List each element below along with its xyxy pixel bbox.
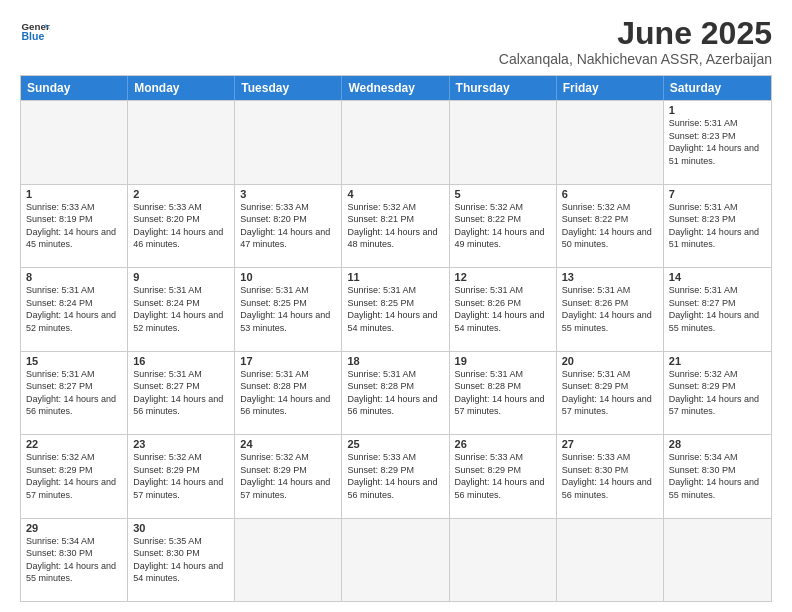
day-number: 29 — [26, 522, 122, 534]
calendar-cell — [450, 101, 557, 183]
calendar-cell: 24Sunrise: 5:32 AMSunset: 8:29 PMDayligh… — [235, 435, 342, 517]
calendar-cell: 1Sunrise: 5:31 AMSunset: 8:23 PMDaylight… — [664, 101, 771, 183]
svg-text:Blue: Blue — [22, 30, 45, 42]
cell-details: Sunrise: 5:32 AMSunset: 8:29 PMDaylight:… — [669, 368, 766, 418]
calendar-week-row: 1Sunrise: 5:31 AMSunset: 8:23 PMDaylight… — [21, 100, 771, 183]
cell-details: Sunrise: 5:31 AMSunset: 8:28 PMDaylight:… — [347, 368, 443, 418]
calendar-cell: 2Sunrise: 5:33 AMSunset: 8:20 PMDaylight… — [128, 185, 235, 267]
day-number: 4 — [347, 188, 443, 200]
cell-details: Sunrise: 5:31 AMSunset: 8:26 PMDaylight:… — [562, 284, 658, 334]
calendar-cell: 13Sunrise: 5:31 AMSunset: 8:26 PMDayligh… — [557, 268, 664, 350]
cell-details: Sunrise: 5:31 AMSunset: 8:27 PMDaylight:… — [26, 368, 122, 418]
cell-details: Sunrise: 5:31 AMSunset: 8:23 PMDaylight:… — [669, 201, 766, 251]
calendar-cell: 5Sunrise: 5:32 AMSunset: 8:22 PMDaylight… — [450, 185, 557, 267]
logo: General Blue — [20, 16, 50, 46]
calendar-cell: 15Sunrise: 5:31 AMSunset: 8:27 PMDayligh… — [21, 352, 128, 434]
calendar-cell: 23Sunrise: 5:32 AMSunset: 8:29 PMDayligh… — [128, 435, 235, 517]
calendar-cell: 12Sunrise: 5:31 AMSunset: 8:26 PMDayligh… — [450, 268, 557, 350]
calendar-cell: 6Sunrise: 5:32 AMSunset: 8:22 PMDaylight… — [557, 185, 664, 267]
cell-details: Sunrise: 5:31 AMSunset: 8:28 PMDaylight:… — [240, 368, 336, 418]
subtitle: Calxanqala, Nakhichevan ASSR, Azerbaijan — [499, 51, 772, 67]
calendar-body: 1Sunrise: 5:31 AMSunset: 8:23 PMDaylight… — [21, 100, 771, 601]
day-number: 16 — [133, 355, 229, 367]
calendar-cell — [342, 519, 449, 601]
cell-details: Sunrise: 5:33 AMSunset: 8:20 PMDaylight:… — [133, 201, 229, 251]
cell-details: Sunrise: 5:33 AMSunset: 8:20 PMDaylight:… — [240, 201, 336, 251]
cell-details: Sunrise: 5:31 AMSunset: 8:27 PMDaylight:… — [669, 284, 766, 334]
header: General Blue June 2025 Calxanqala, Nakhi… — [20, 16, 772, 67]
calendar-cell — [235, 519, 342, 601]
calendar-cell — [342, 101, 449, 183]
calendar-cell: 16Sunrise: 5:31 AMSunset: 8:27 PMDayligh… — [128, 352, 235, 434]
cell-details: Sunrise: 5:31 AMSunset: 8:28 PMDaylight:… — [455, 368, 551, 418]
cell-details: Sunrise: 5:35 AMSunset: 8:30 PMDaylight:… — [133, 535, 229, 585]
calendar-cell — [664, 519, 771, 601]
calendar-header-cell: Saturday — [664, 76, 771, 100]
cell-details: Sunrise: 5:31 AMSunset: 8:27 PMDaylight:… — [133, 368, 229, 418]
logo-icon: General Blue — [20, 16, 50, 46]
calendar-header-cell: Tuesday — [235, 76, 342, 100]
calendar-cell — [450, 519, 557, 601]
day-number: 1 — [26, 188, 122, 200]
calendar-week-row: 22Sunrise: 5:32 AMSunset: 8:29 PMDayligh… — [21, 434, 771, 517]
day-number: 15 — [26, 355, 122, 367]
cell-details: Sunrise: 5:31 AMSunset: 8:23 PMDaylight:… — [669, 117, 766, 167]
calendar-cell: 7Sunrise: 5:31 AMSunset: 8:23 PMDaylight… — [664, 185, 771, 267]
cell-details: Sunrise: 5:32 AMSunset: 8:22 PMDaylight:… — [562, 201, 658, 251]
day-number: 25 — [347, 438, 443, 450]
calendar-cell: 18Sunrise: 5:31 AMSunset: 8:28 PMDayligh… — [342, 352, 449, 434]
day-number: 30 — [133, 522, 229, 534]
cell-details: Sunrise: 5:31 AMSunset: 8:26 PMDaylight:… — [455, 284, 551, 334]
calendar-cell: 22Sunrise: 5:32 AMSunset: 8:29 PMDayligh… — [21, 435, 128, 517]
day-number: 6 — [562, 188, 658, 200]
calendar-header-cell: Thursday — [450, 76, 557, 100]
calendar-cell: 21Sunrise: 5:32 AMSunset: 8:29 PMDayligh… — [664, 352, 771, 434]
month-title: June 2025 — [499, 16, 772, 51]
day-number: 10 — [240, 271, 336, 283]
calendar-cell: 1Sunrise: 5:33 AMSunset: 8:19 PMDaylight… — [21, 185, 128, 267]
calendar-cell: 3Sunrise: 5:33 AMSunset: 8:20 PMDaylight… — [235, 185, 342, 267]
calendar-cell — [557, 101, 664, 183]
cell-details: Sunrise: 5:34 AMSunset: 8:30 PMDaylight:… — [26, 535, 122, 585]
title-block: June 2025 Calxanqala, Nakhichevan ASSR, … — [499, 16, 772, 67]
day-number: 2 — [133, 188, 229, 200]
cell-details: Sunrise: 5:32 AMSunset: 8:21 PMDaylight:… — [347, 201, 443, 251]
day-number: 28 — [669, 438, 766, 450]
day-number: 20 — [562, 355, 658, 367]
calendar-cell: 4Sunrise: 5:32 AMSunset: 8:21 PMDaylight… — [342, 185, 449, 267]
page: General Blue June 2025 Calxanqala, Nakhi… — [0, 0, 792, 612]
calendar-cell — [557, 519, 664, 601]
calendar-week-row: 29Sunrise: 5:34 AMSunset: 8:30 PMDayligh… — [21, 518, 771, 601]
day-number: 21 — [669, 355, 766, 367]
day-number: 13 — [562, 271, 658, 283]
calendar-week-row: 1Sunrise: 5:33 AMSunset: 8:19 PMDaylight… — [21, 184, 771, 267]
calendar-cell: 14Sunrise: 5:31 AMSunset: 8:27 PMDayligh… — [664, 268, 771, 350]
calendar: SundayMondayTuesdayWednesdayThursdayFrid… — [20, 75, 772, 602]
calendar-header-row: SundayMondayTuesdayWednesdayThursdayFrid… — [21, 76, 771, 100]
day-number: 3 — [240, 188, 336, 200]
cell-details: Sunrise: 5:32 AMSunset: 8:29 PMDaylight:… — [26, 451, 122, 501]
calendar-cell — [21, 101, 128, 183]
calendar-cell: 8Sunrise: 5:31 AMSunset: 8:24 PMDaylight… — [21, 268, 128, 350]
calendar-cell: 10Sunrise: 5:31 AMSunset: 8:25 PMDayligh… — [235, 268, 342, 350]
calendar-header-cell: Friday — [557, 76, 664, 100]
calendar-week-row: 8Sunrise: 5:31 AMSunset: 8:24 PMDaylight… — [21, 267, 771, 350]
calendar-header-cell: Monday — [128, 76, 235, 100]
calendar-cell — [235, 101, 342, 183]
cell-details: Sunrise: 5:31 AMSunset: 8:25 PMDaylight:… — [347, 284, 443, 334]
cell-details: Sunrise: 5:31 AMSunset: 8:24 PMDaylight:… — [133, 284, 229, 334]
calendar-cell: 20Sunrise: 5:31 AMSunset: 8:29 PMDayligh… — [557, 352, 664, 434]
day-number: 1 — [669, 104, 766, 116]
calendar-cell: 30Sunrise: 5:35 AMSunset: 8:30 PMDayligh… — [128, 519, 235, 601]
cell-details: Sunrise: 5:34 AMSunset: 8:30 PMDaylight:… — [669, 451, 766, 501]
cell-details: Sunrise: 5:32 AMSunset: 8:22 PMDaylight:… — [455, 201, 551, 251]
calendar-cell: 29Sunrise: 5:34 AMSunset: 8:30 PMDayligh… — [21, 519, 128, 601]
cell-details: Sunrise: 5:33 AMSunset: 8:29 PMDaylight:… — [455, 451, 551, 501]
day-number: 19 — [455, 355, 551, 367]
day-number: 7 — [669, 188, 766, 200]
cell-details: Sunrise: 5:31 AMSunset: 8:29 PMDaylight:… — [562, 368, 658, 418]
day-number: 24 — [240, 438, 336, 450]
day-number: 27 — [562, 438, 658, 450]
calendar-cell: 9Sunrise: 5:31 AMSunset: 8:24 PMDaylight… — [128, 268, 235, 350]
day-number: 11 — [347, 271, 443, 283]
